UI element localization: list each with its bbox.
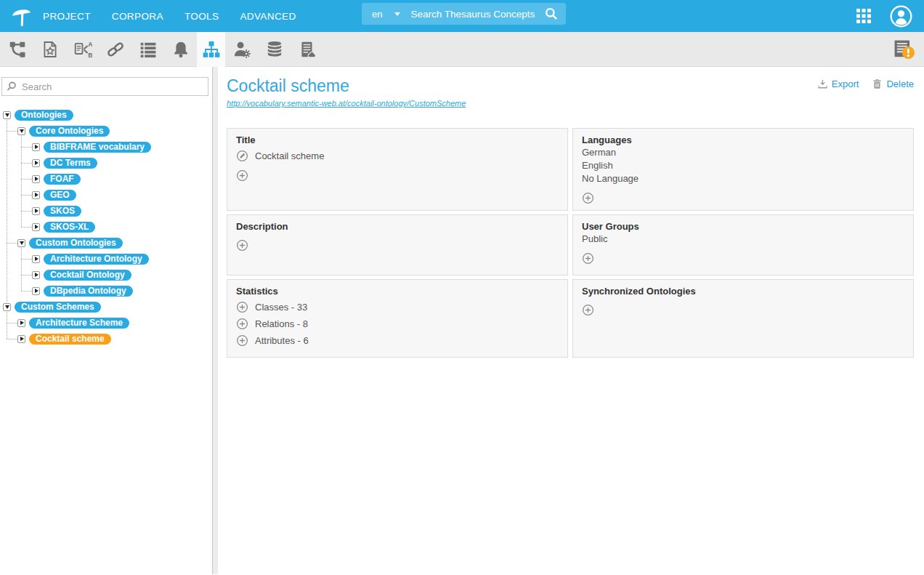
delete-button[interactable]: Delete bbox=[872, 79, 914, 89]
expand-toggle-icon[interactable] bbox=[32, 223, 40, 231]
add-button[interactable] bbox=[582, 192, 594, 204]
add-button[interactable] bbox=[582, 304, 594, 316]
bell-icon[interactable] bbox=[164, 32, 197, 67]
tree-node-label[interactable]: Ontologies bbox=[13, 108, 75, 122]
tree-node-label[interactable]: SKOS bbox=[42, 204, 83, 218]
tree-node-label[interactable]: Architecture Ontology bbox=[42, 252, 150, 266]
document-star-icon[interactable] bbox=[33, 32, 66, 67]
tree-connector-line bbox=[21, 291, 32, 291]
nav-item-corpora[interactable]: CORPORA bbox=[112, 11, 163, 22]
edit-icon[interactable] bbox=[236, 150, 248, 162]
sidebar-scrollbar[interactable] bbox=[213, 67, 218, 574]
export-button[interactable]: Export bbox=[817, 79, 859, 89]
collapse-toggle-icon[interactable] bbox=[17, 127, 25, 135]
nav-item-tools[interactable]: TOOLS bbox=[185, 11, 219, 22]
tree-item-ontologies[interactable]: Ontologies bbox=[3, 107, 75, 123]
expand-toggle-icon[interactable] bbox=[32, 175, 40, 183]
tree-item-dbpedia-ontology[interactable]: DBpedia Ontology bbox=[32, 283, 134, 299]
chevron-down-icon[interactable] bbox=[394, 12, 400, 16]
tree-node-label[interactable]: FOAF bbox=[42, 172, 82, 186]
nav-item-project[interactable]: PROJECT bbox=[43, 11, 91, 22]
thesaurus-search-input[interactable] bbox=[410, 9, 544, 20]
tree-item-custom-schemes[interactable]: Custom Schemes bbox=[3, 299, 102, 315]
tree-item-bibframe-vocabulary[interactable]: BIBFRAME vocabulary bbox=[32, 139, 153, 155]
tree-connector-line bbox=[21, 134, 22, 227]
expand-toggle-icon[interactable] bbox=[32, 255, 40, 263]
nav-item-advanced[interactable]: ADVANCED bbox=[240, 11, 296, 22]
search-icon[interactable] bbox=[544, 7, 559, 21]
tree-node-label[interactable]: BIBFRAME vocabulary bbox=[42, 140, 153, 154]
tree-node-label[interactable]: Cocktail scheme bbox=[28, 332, 113, 346]
scheme-uri-link[interactable]: http://vocabulary.semantic-web.at/cockta… bbox=[227, 99, 466, 108]
icon-toolbar: AB bbox=[0, 32, 924, 67]
expand-toggle-icon[interactable] bbox=[17, 319, 25, 327]
tree-node-label[interactable]: GEO bbox=[42, 188, 78, 202]
expand-toggle-icon[interactable] bbox=[32, 159, 40, 167]
taxonomy-branch-icon[interactable] bbox=[1, 32, 33, 67]
sidebar-search bbox=[1, 77, 208, 96]
scheme-header: Cocktail scheme http://vocabulary.semant… bbox=[227, 67, 914, 109]
tree-item-custom-ontologies[interactable]: Custom Ontologies bbox=[17, 235, 124, 251]
link-icon[interactable] bbox=[99, 32, 131, 67]
poolparty-umbrella-logo[interactable] bbox=[9, 4, 34, 28]
expand-toggle-icon[interactable] bbox=[17, 335, 25, 343]
tree-connector-line bbox=[21, 211, 32, 212]
user-settings-icon[interactable] bbox=[225, 32, 258, 67]
thesaurus-search: en bbox=[362, 3, 566, 25]
tree-item-dc-terms[interactable]: DC Terms bbox=[32, 155, 99, 171]
database-icon[interactable] bbox=[258, 32, 291, 67]
add-button[interactable] bbox=[236, 239, 248, 252]
tree-item-cocktail-ontology[interactable]: Cocktail Ontology bbox=[32, 267, 133, 283]
tree-connector-line bbox=[7, 243, 17, 244]
tree-node-label[interactable]: DBpedia Ontology bbox=[42, 284, 134, 298]
svg-text:B: B bbox=[88, 51, 92, 58]
tree-item-architecture-ontology[interactable]: Architecture Ontology bbox=[32, 251, 150, 267]
panel-title: TitleCocktail scheme bbox=[227, 128, 568, 211]
tree-node-label[interactable]: Custom Ontologies bbox=[28, 236, 124, 250]
tree-node-label[interactable]: Custom Schemes bbox=[13, 300, 102, 314]
stat-row[interactable]: Relations - 8 bbox=[236, 318, 559, 330]
tree-node-label[interactable]: Architecture Scheme bbox=[28, 316, 131, 330]
export-label: Export bbox=[832, 79, 859, 89]
apps-grid-icon[interactable] bbox=[856, 8, 872, 24]
svg-text:A: A bbox=[88, 41, 92, 48]
tree-connector-line bbox=[21, 227, 32, 228]
expand-toggle-icon[interactable] bbox=[32, 287, 40, 295]
plus-icon bbox=[236, 301, 248, 313]
list-icon[interactable] bbox=[131, 32, 164, 67]
page-title: Cocktail scheme bbox=[227, 76, 466, 96]
stat-row[interactable]: Classes - 33 bbox=[236, 301, 559, 313]
tree-node-label[interactable]: Core Ontologies bbox=[28, 124, 111, 138]
expand-toggle-icon[interactable] bbox=[32, 271, 40, 279]
tree-item-skos-xl[interactable]: SKOS-XL bbox=[32, 219, 97, 235]
sidebar-search-input[interactable] bbox=[1, 77, 208, 96]
collapse-toggle-icon[interactable] bbox=[3, 303, 11, 311]
collapse-toggle-icon[interactable] bbox=[3, 111, 11, 119]
document-compare-icon[interactable]: AB bbox=[66, 32, 99, 67]
stat-row[interactable]: Attributes - 6 bbox=[236, 334, 559, 347]
tree-connector-line bbox=[7, 339, 17, 339]
server-sync-icon[interactable] bbox=[291, 32, 323, 67]
tree-item-core-ontologies[interactable]: Core Ontologies bbox=[17, 123, 111, 139]
expand-toggle-icon[interactable] bbox=[32, 207, 40, 215]
user-avatar-icon[interactable] bbox=[890, 5, 912, 28]
tree-item-skos[interactable]: SKOS bbox=[32, 203, 83, 219]
topbar-right-icons bbox=[856, 5, 912, 28]
issues-alert-icon[interactable] bbox=[893, 39, 915, 60]
tree-item-architecture-scheme[interactable]: Architecture Scheme bbox=[17, 315, 131, 331]
scheme-hierarchy-icon[interactable] bbox=[197, 32, 225, 67]
tree-node-label[interactable]: Cocktail Ontology bbox=[42, 268, 133, 282]
tree-node-label[interactable]: SKOS-XL bbox=[42, 220, 97, 234]
add-button[interactable] bbox=[236, 169, 248, 182]
tree-node-label[interactable]: DC Terms bbox=[42, 156, 99, 170]
tree-item-foaf[interactable]: FOAF bbox=[32, 171, 82, 187]
language-selector[interactable]: en bbox=[372, 9, 382, 20]
tree-item-cocktail-scheme[interactable]: Cocktail scheme bbox=[17, 331, 113, 347]
tree-connector-line bbox=[21, 195, 32, 196]
add-button[interactable] bbox=[582, 252, 594, 265]
collapse-toggle-icon[interactable] bbox=[17, 239, 25, 247]
tree-item-geo[interactable]: GEO bbox=[32, 187, 78, 203]
expand-toggle-icon[interactable] bbox=[32, 191, 40, 199]
sidebar: OntologiesCore OntologiesBIBFRAME vocabu… bbox=[0, 67, 213, 574]
expand-toggle-icon[interactable] bbox=[32, 143, 40, 151]
